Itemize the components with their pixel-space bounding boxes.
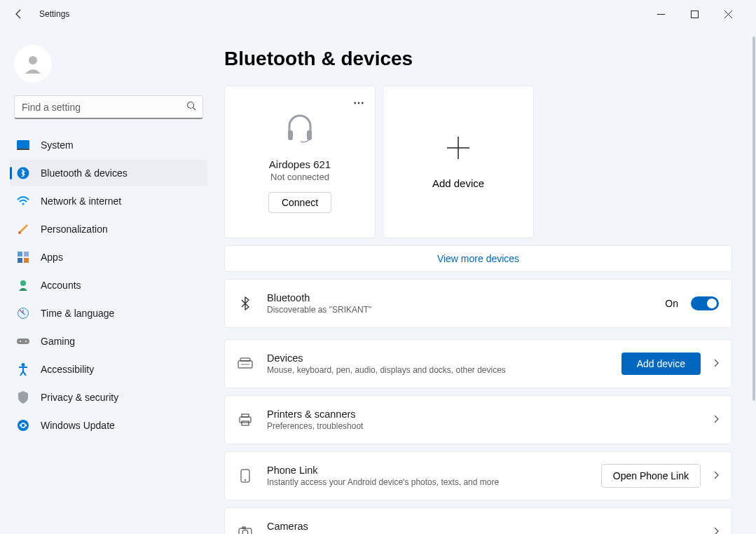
search-input[interactable] <box>14 95 203 119</box>
plus-icon <box>446 135 471 163</box>
svg-rect-22 <box>307 130 312 140</box>
nav-label: Accounts <box>41 280 81 291</box>
svg-rect-12 <box>18 258 22 263</box>
connect-button[interactable]: Connect <box>268 192 331 213</box>
row-title: Devices <box>267 352 607 364</box>
cameras-row[interactable]: Cameras Connected cameras, default image… <box>224 507 732 534</box>
row-title: Printers & scanners <box>267 409 699 420</box>
nav-personalization[interactable]: Personalization <box>10 216 207 242</box>
svg-rect-33 <box>239 528 252 534</box>
svg-point-14 <box>20 280 26 286</box>
nav-label: System <box>41 139 74 151</box>
shield-icon <box>17 391 29 404</box>
phone-icon <box>238 469 253 483</box>
user-avatar[interactable] <box>14 45 52 83</box>
apps-icon <box>17 251 29 263</box>
minimize-button[interactable] <box>645 3 676 25</box>
devices-icon <box>238 357 253 370</box>
scrollbar[interactable] <box>751 28 756 534</box>
svg-rect-1 <box>691 11 698 18</box>
svg-rect-30 <box>242 421 249 425</box>
svg-rect-29 <box>242 414 249 417</box>
accounts-icon <box>17 279 29 292</box>
open-phone-link-button[interactable]: Open Phone Link <box>601 464 701 488</box>
printers-scanners-row[interactable]: Printers & scanners Preferences, trouble… <box>224 395 732 444</box>
nav-label: Personalization <box>41 224 108 235</box>
search-box[interactable] <box>14 95 203 119</box>
nav-privacy-security[interactable]: Privacy & security <box>10 384 207 411</box>
nav-label: Privacy & security <box>41 392 118 403</box>
search-icon <box>186 101 196 114</box>
nav-accounts[interactable]: Accounts <box>10 272 207 299</box>
update-icon <box>17 419 29 432</box>
add-device-card[interactable]: Add device <box>383 85 534 238</box>
nav-bluetooth-devices[interactable]: Bluetooth & devices <box>10 160 207 186</box>
bluetooth-toggle[interactable] <box>691 296 719 310</box>
phone-link-row[interactable]: Phone Link Instantly access your Android… <box>224 451 732 500</box>
nav-label: Bluetooth & devices <box>41 167 128 179</box>
row-subtitle: Instantly access your Android device's p… <box>267 477 587 487</box>
nav-label: Accessibility <box>41 364 94 375</box>
camera-icon <box>238 526 253 534</box>
svg-rect-10 <box>18 252 22 256</box>
sidebar: System Bluetooth & devices Network & int… <box>0 28 217 534</box>
nav-apps[interactable]: Apps <box>10 244 207 271</box>
device-more-button[interactable]: ⋯ <box>353 96 365 109</box>
window-title: Settings <box>39 9 69 19</box>
add-device-button[interactable]: Add device <box>621 352 701 375</box>
maximize-button[interactable] <box>679 3 710 25</box>
scrollbar-thumb[interactable] <box>752 36 755 401</box>
svg-rect-13 <box>24 258 29 263</box>
svg-rect-26 <box>240 358 250 361</box>
svg-rect-6 <box>17 149 29 150</box>
svg-rect-28 <box>240 417 251 423</box>
printer-icon <box>238 413 253 426</box>
nav-system[interactable]: System <box>10 132 207 158</box>
svg-point-9 <box>18 231 21 234</box>
row-subtitle: Mouse, keyboard, pen, audio, displays an… <box>267 365 607 375</box>
nav-time-language[interactable]: Time & language <box>10 300 207 327</box>
nav-label: Time & language <box>41 308 114 319</box>
devices-row[interactable]: Devices Mouse, keyboard, pen, audio, dis… <box>224 339 732 388</box>
device-status: Not connected <box>270 172 329 182</box>
svg-rect-21 <box>288 130 293 140</box>
close-button[interactable] <box>713 3 743 25</box>
svg-point-32 <box>245 479 246 481</box>
bluetooth-toggle-row: Bluetooth Discoverable as "SRIKANT" On <box>224 279 732 328</box>
nav-windows-update[interactable]: Windows Update <box>10 412 207 439</box>
gaming-icon <box>17 335 29 348</box>
nav-accessibility[interactable]: Accessibility <box>10 356 207 383</box>
nav-label: Windows Update <box>41 420 115 431</box>
titlebar: Settings <box>0 0 756 28</box>
chevron-right-icon <box>713 526 719 534</box>
device-name: Airdopes 621 <box>269 158 331 170</box>
toggle-state-label: On <box>665 298 678 309</box>
svg-rect-5 <box>17 140 29 149</box>
row-title: Cameras <box>267 521 699 532</box>
svg-rect-11 <box>24 252 29 256</box>
system-icon <box>17 139 29 151</box>
svg-line-4 <box>193 108 196 111</box>
svg-rect-16 <box>17 338 29 344</box>
svg-point-8 <box>22 203 25 205</box>
chevron-right-icon <box>713 357 719 370</box>
row-title: Phone Link <box>267 465 587 476</box>
svg-point-3 <box>188 102 194 109</box>
page-title: Bluetooth & devices <box>224 48 741 70</box>
nav-label: Apps <box>41 252 63 263</box>
svg-point-20 <box>18 420 29 431</box>
view-more-devices-link[interactable]: View more devices <box>224 245 732 272</box>
bluetooth-row-icon <box>238 296 253 310</box>
back-button[interactable] <box>13 8 25 20</box>
add-device-label: Add device <box>432 177 484 189</box>
nav-network-internet[interactable]: Network & internet <box>10 188 207 214</box>
svg-point-17 <box>20 341 21 342</box>
row-subtitle: Discoverable as "SRIKANT" <box>267 305 651 315</box>
brush-icon <box>17 223 29 235</box>
headphones-icon <box>284 111 316 146</box>
nav-gaming[interactable]: Gaming <box>10 328 207 355</box>
paired-device-card: ⋯ Airdopes 621 Not connected Connect <box>224 85 376 238</box>
accessibility-icon <box>17 363 29 376</box>
main-content: Bluetooth & devices ⋯ Airdopes 621 Not c… <box>217 28 756 534</box>
svg-point-34 <box>242 530 248 534</box>
